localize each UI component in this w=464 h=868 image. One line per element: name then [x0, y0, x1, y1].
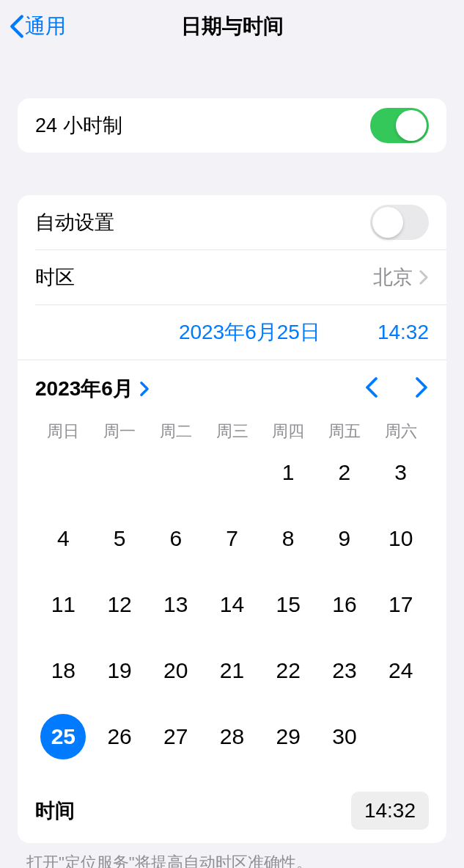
twentyfour-hour-label: 24 小时制	[35, 112, 122, 139]
weekday-row: 周日周一周二周三周四周五周六	[35, 420, 429, 442]
back-button[interactable]: 通用	[9, 12, 66, 40]
switch-knob	[396, 110, 427, 141]
twentyfour-hour-toggle[interactable]	[370, 108, 429, 143]
nav-header: 通用 日期与时间	[0, 0, 464, 53]
calendar-day[interactable]: 7	[209, 516, 254, 561]
chevron-right-icon	[414, 376, 429, 398]
calendar-day[interactable]: 2	[322, 450, 367, 495]
back-label: 通用	[25, 12, 66, 40]
time-label: 时间	[35, 798, 75, 824]
calendar-day[interactable]: 3	[378, 450, 424, 495]
weekday-label: 周六	[372, 420, 429, 442]
calendar-section: 2023年6月 周日周一周二周三周四周五周六 123456	[18, 360, 446, 781]
chevron-left-icon	[364, 376, 379, 398]
timezone-row[interactable]: 时区 北京	[18, 250, 446, 304]
selected-date-time-row: 2023年6月25日 14:32	[18, 305, 446, 360]
calendar-day[interactable]: 11	[40, 582, 86, 627]
calendar-day[interactable]: 14	[209, 582, 254, 627]
calendar-day-empty	[40, 450, 86, 495]
calendar-day[interactable]: 9	[322, 516, 367, 561]
calendar-day[interactable]: 18	[40, 648, 86, 693]
weekday-label: 周五	[317, 420, 373, 442]
month-picker-button[interactable]: 2023年6月	[35, 375, 150, 403]
calendar-day[interactable]: 12	[97, 582, 142, 627]
calendar-day[interactable]: 19	[97, 648, 142, 693]
timezone-value-group: 北京	[373, 264, 429, 291]
timezone-value: 北京	[373, 264, 413, 291]
month-label: 2023年6月	[35, 375, 133, 403]
calendar-day[interactable]: 21	[209, 648, 254, 693]
calendar-day[interactable]: 5	[97, 516, 142, 561]
next-month-button[interactable]	[414, 376, 429, 401]
weekday-label: 周日	[35, 420, 92, 442]
datetime-section: 自动设置 时区 北京 2023年6月25日 14:32 2023年6月	[18, 195, 446, 843]
time-row: 时间 14:32	[18, 781, 446, 843]
twentyfour-hour-row: 24 小时制	[18, 98, 446, 153]
chevron-left-icon	[9, 14, 25, 39]
calendar-grid: 1234567891011121314151617181920212223242…	[35, 450, 429, 759]
calendar-day[interactable]: 29	[265, 714, 311, 759]
calendar-day[interactable]: 28	[209, 714, 254, 759]
selected-date[interactable]: 2023年6月25日	[179, 318, 320, 346]
chevron-right-icon	[139, 381, 150, 397]
calendar-day[interactable]: 25	[40, 714, 86, 759]
auto-set-toggle[interactable]	[370, 205, 429, 240]
calendar-day[interactable]: 15	[265, 582, 311, 627]
chevron-right-icon	[419, 269, 429, 285]
calendar-day[interactable]: 13	[153, 582, 199, 627]
selected-time[interactable]: 14:32	[378, 321, 429, 344]
calendar-day[interactable]: 24	[378, 648, 424, 693]
calendar-day-empty	[153, 450, 199, 495]
month-nav	[364, 376, 429, 401]
calendar-day[interactable]: 17	[378, 582, 424, 627]
weekday-label: 周四	[260, 420, 317, 442]
timezone-label: 时区	[35, 264, 75, 291]
calendar-day[interactable]: 6	[153, 516, 199, 561]
calendar-day[interactable]: 26	[97, 714, 142, 759]
calendar-day[interactable]: 27	[153, 714, 199, 759]
calendar-day[interactable]: 22	[265, 648, 311, 693]
calendar-day[interactable]: 10	[378, 516, 424, 561]
weekday-label: 周二	[147, 420, 204, 442]
calendar-day[interactable]: 30	[322, 714, 367, 759]
calendar-day[interactable]: 4	[40, 516, 86, 561]
month-header: 2023年6月	[35, 375, 429, 403]
time-picker-button[interactable]: 14:32	[351, 792, 429, 830]
calendar-day-empty	[209, 450, 254, 495]
weekday-label: 周一	[92, 420, 148, 442]
footer-note: 打开"定位服务"将提高自动时区准确性。	[0, 843, 464, 868]
weekday-label: 周三	[204, 420, 260, 442]
calendar-day[interactable]: 20	[153, 648, 199, 693]
calendar-day[interactable]: 8	[265, 516, 311, 561]
auto-set-row: 自动设置	[18, 195, 446, 249]
calendar-day[interactable]: 16	[322, 582, 367, 627]
prev-month-button[interactable]	[364, 376, 379, 401]
calendar-day-empty	[97, 450, 142, 495]
calendar-day[interactable]: 1	[265, 450, 311, 495]
calendar-day[interactable]: 23	[322, 648, 367, 693]
switch-knob	[372, 207, 403, 238]
page-title: 日期与时间	[181, 12, 284, 40]
auto-set-label: 自动设置	[35, 209, 114, 236]
twentyfour-hour-section: 24 小时制	[18, 98, 446, 153]
